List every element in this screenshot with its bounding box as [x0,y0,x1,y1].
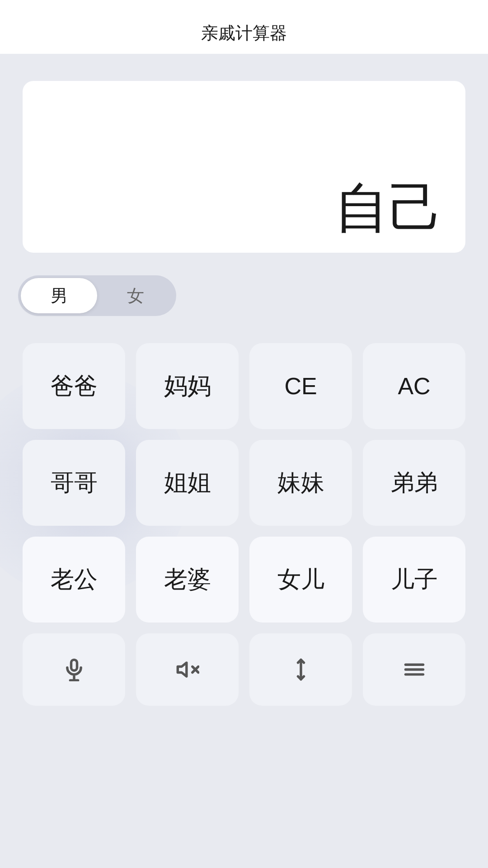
key-son-button[interactable]: 儿子 [363,537,465,623]
microphone-button[interactable] [23,633,125,706]
key-wife-button[interactable]: 老婆 [136,537,239,623]
key-elder-brother-button[interactable]: 哥哥 [23,440,125,526]
key-younger-sister-button[interactable]: 妹妹 [249,440,352,526]
key-ac-button[interactable]: AC [363,343,465,429]
mic-icon [62,658,86,681]
key-younger-brother-button[interactable]: 弟弟 [363,440,465,526]
key-mother-button[interactable]: 妈妈 [136,343,239,429]
sort-button[interactable] [249,633,352,706]
volume-off-icon [176,658,199,681]
display-panel: 自己 [23,81,465,253]
svg-marker-3 [178,663,187,676]
key-elder-sister-button[interactable]: 姐姐 [136,440,239,526]
menu-button[interactable] [363,633,465,706]
keypad-grid: 爸爸 妈妈 CE AC 哥哥 姐姐 妹妹 弟弟 老公 老婆 [23,343,465,623]
gender-female-button[interactable]: 女 [97,278,174,313]
key-ce-button[interactable]: CE [249,343,352,429]
svg-rect-0 [71,660,77,670]
gender-toggle: 男 女 [18,275,176,316]
mute-button[interactable] [136,633,239,706]
key-father-button[interactable]: 爸爸 [23,343,125,429]
gender-male-button[interactable]: 男 [21,278,97,313]
key-husband-button[interactable]: 老公 [23,537,125,623]
main-content: 自己 男 女 爸爸 妈妈 CE AC 哥哥 姐姐 妹妹 弟弟 [0,54,488,868]
key-daughter-button[interactable]: 女儿 [249,537,352,623]
app-header: 亲戚计算器 [0,0,488,54]
display-value: 自己 [334,180,443,235]
app-title: 亲戚计算器 [201,24,287,42]
sort-icon [289,658,313,681]
bottom-bar [23,633,465,706]
menu-icon [403,658,426,681]
